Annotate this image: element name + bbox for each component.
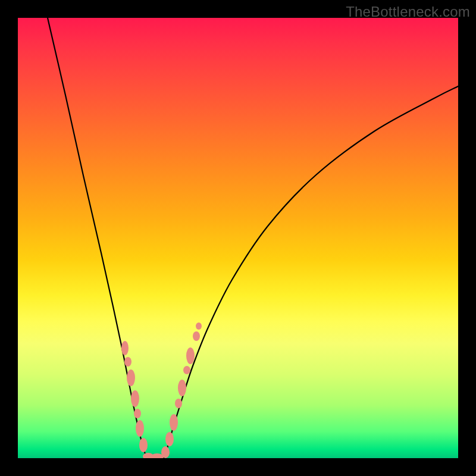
highlight-marker <box>170 414 178 431</box>
highlight-marker <box>124 357 131 367</box>
highlight-marker <box>175 399 182 408</box>
chart-frame: TheBottleneck.com <box>0 0 476 476</box>
highlight-marker <box>161 446 170 458</box>
highlight-marker <box>136 420 144 437</box>
highlight-marker <box>178 380 186 396</box>
highlight-marker <box>183 366 190 374</box>
highlight-markers <box>121 322 202 458</box>
highlight-marker <box>165 432 174 446</box>
bottleneck-curve-svg <box>18 18 458 458</box>
highlight-marker <box>121 341 129 355</box>
highlight-marker <box>139 438 148 452</box>
highlight-marker <box>134 409 141 418</box>
highlight-marker <box>127 369 135 386</box>
highlight-marker <box>193 331 200 341</box>
highlight-marker <box>186 347 195 364</box>
highlight-marker <box>131 390 139 407</box>
highlight-marker <box>196 322 202 330</box>
plot-area <box>18 18 458 458</box>
watermark-text: TheBottleneck.com <box>346 4 470 20</box>
curve-right-branch <box>164 86 458 458</box>
